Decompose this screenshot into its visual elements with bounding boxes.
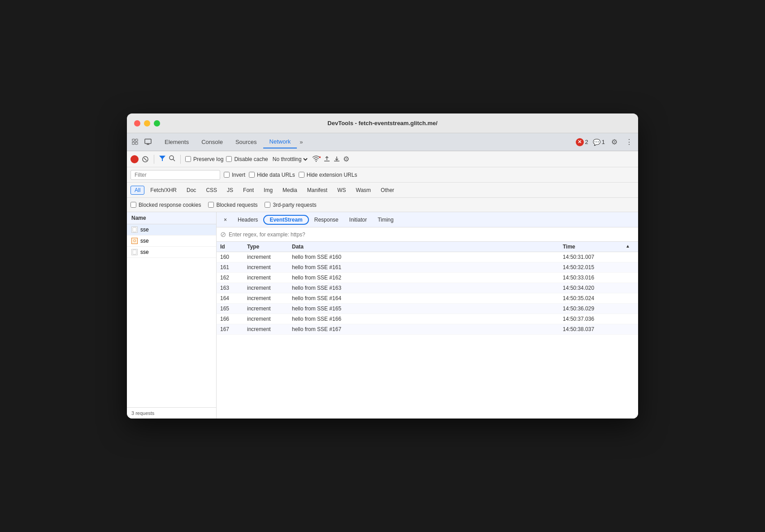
- regex-block-icon: ⊘: [220, 230, 226, 239]
- type-filter-other[interactable]: Other: [377, 186, 398, 195]
- event-type: increment: [247, 305, 292, 312]
- type-filter-row: All Fetch/XHR Doc CSS JS Font Img Media …: [127, 183, 638, 198]
- more-tabs-button[interactable]: »: [297, 137, 305, 147]
- request-name-2: sse: [140, 249, 149, 255]
- event-row[interactable]: 165 increment hello from SSE #165 14:50:…: [217, 304, 638, 314]
- preserve-log-checkbox[interactable]: Preserve log: [185, 156, 223, 162]
- minimize-button[interactable]: [144, 120, 150, 126]
- event-row[interactable]: 160 increment hello from SSE #160 14:50:…: [217, 252, 638, 262]
- hide-ext-urls-checkbox[interactable]: Hide extension URLs: [299, 172, 357, 178]
- event-time: 14:50:36.029: [563, 305, 626, 312]
- col-id: Id: [220, 244, 247, 250]
- event-data: hello from SSE #164: [292, 295, 563, 301]
- toolbar-divider: [154, 155, 154, 164]
- event-data: hello from SSE #160: [292, 254, 563, 260]
- type-filter-js[interactable]: JS: [223, 186, 237, 195]
- type-filter-media[interactable]: Media: [278, 186, 301, 195]
- detail-tab-close[interactable]: ×: [218, 214, 232, 226]
- invert-checkbox[interactable]: Invert: [224, 172, 245, 178]
- detail-tab-response[interactable]: Response: [309, 214, 344, 226]
- toolbar-divider2: [180, 155, 181, 164]
- disable-cache-checkbox[interactable]: Disable cache: [226, 156, 268, 162]
- type-filter-img[interactable]: Img: [260, 186, 277, 195]
- sort-arrow-icon: ▲: [626, 244, 635, 250]
- hide-data-urls-checkbox[interactable]: Hide data URLs: [249, 172, 295, 178]
- event-row[interactable]: 161 increment hello from SSE #161 14:50:…: [217, 262, 638, 273]
- type-filter-all[interactable]: All: [130, 186, 144, 195]
- clear-button[interactable]: [141, 155, 149, 163]
- event-type: increment: [247, 254, 292, 260]
- regex-input[interactable]: [229, 231, 635, 238]
- event-time: 14:50:31.007: [563, 254, 626, 260]
- col-type: Type: [247, 244, 292, 250]
- third-party-checkbox[interactable]: 3rd-party requests: [265, 202, 316, 208]
- type-filter-manifest[interactable]: Manifest: [303, 186, 331, 195]
- request-item-0[interactable]: sse: [127, 224, 216, 235]
- warn-icon: 💬: [593, 139, 600, 146]
- detail-tab-headers[interactable]: Headers: [232, 214, 263, 226]
- svg-rect-4: [145, 139, 151, 144]
- request-doc-icon: [131, 227, 138, 233]
- detail-panel: × Headers EventStream Response Initiator…: [217, 212, 638, 419]
- window-title: DevTools - fetch-eventstream.glitch.me/: [327, 120, 437, 126]
- search-icon[interactable]: [169, 155, 176, 164]
- error-number: 2: [585, 139, 588, 145]
- inspect-icon[interactable]: [143, 137, 153, 147]
- detail-tab-timing[interactable]: Timing: [372, 214, 399, 226]
- request-item-1[interactable]: ⬡ sse: [127, 235, 216, 247]
- type-filter-doc[interactable]: Doc: [183, 186, 200, 195]
- svg-rect-1: [135, 139, 138, 141]
- request-list-spacer: [127, 258, 216, 407]
- detail-tab-initiator[interactable]: Initiator: [344, 214, 372, 226]
- tab-sources[interactable]: Sources: [229, 136, 263, 148]
- maximize-button[interactable]: [154, 120, 160, 126]
- detail-tab-eventstream[interactable]: EventStream: [263, 215, 309, 225]
- tab-network[interactable]: Network: [263, 135, 297, 148]
- request-sse-icon: ⬡: [131, 238, 138, 244]
- warn-number: 1: [602, 139, 605, 145]
- blocked-requests-checkbox[interactable]: Blocked requests: [208, 202, 257, 208]
- more-menu-icon[interactable]: ⋮: [624, 136, 635, 148]
- blocked-row: Blocked response cookies Blocked request…: [127, 198, 638, 212]
- cursor-icon[interactable]: [130, 137, 140, 147]
- settings-icon[interactable]: ⚙: [609, 136, 619, 148]
- tab-elements[interactable]: Elements: [158, 136, 195, 148]
- type-filter-ws[interactable]: WS: [333, 186, 350, 195]
- event-type: increment: [247, 326, 292, 332]
- devtools-tab-bar: Elements Console Sources Network » ✕ 2 💬…: [127, 133, 638, 151]
- tab-console[interactable]: Console: [195, 136, 229, 148]
- upload-icon[interactable]: [323, 155, 330, 164]
- filter-icon[interactable]: [159, 155, 166, 164]
- blocked-cookies-checkbox[interactable]: Blocked response cookies: [130, 202, 201, 208]
- event-data: hello from SSE #161: [292, 264, 563, 270]
- event-type: increment: [247, 275, 292, 281]
- tab-bar-right: ✕ 2 💬 1 ⚙ ⋮: [576, 136, 635, 148]
- type-filter-fetch-xhr[interactable]: Fetch/XHR: [146, 186, 181, 195]
- event-row[interactable]: 167 increment hello from SSE #167 14:50:…: [217, 324, 638, 335]
- network-settings-icon[interactable]: ⚙: [343, 155, 349, 163]
- event-type: increment: [247, 295, 292, 301]
- event-row[interactable]: 163 increment hello from SSE #163 14:50:…: [217, 283, 638, 293]
- event-row[interactable]: 166 increment hello from SSE #166 14:50:…: [217, 314, 638, 324]
- error-icon: ✕: [576, 138, 584, 146]
- event-id: 160: [220, 254, 247, 260]
- devtools-tool-icons: [130, 137, 153, 147]
- event-id: 162: [220, 275, 247, 281]
- event-table[interactable]: Id Type Data Time ▲ 160 increment hello …: [217, 242, 638, 419]
- event-row[interactable]: 162 increment hello from SSE #162 14:50:…: [217, 273, 638, 283]
- download-icon[interactable]: [333, 155, 340, 164]
- close-button[interactable]: [134, 120, 140, 126]
- window-controls: [134, 120, 160, 126]
- type-filter-font[interactable]: Font: [239, 186, 258, 195]
- type-filter-css[interactable]: CSS: [202, 186, 221, 195]
- event-row[interactable]: 164 increment hello from SSE #164 14:50:…: [217, 293, 638, 304]
- filter-input[interactable]: [130, 170, 220, 180]
- type-filter-wasm[interactable]: Wasm: [352, 186, 375, 195]
- svg-point-12: [316, 161, 317, 161]
- record-button[interactable]: [130, 155, 139, 163]
- filter-row: Invert Hide data URLs Hide extension URL…: [127, 167, 638, 183]
- event-data: hello from SSE #163: [292, 285, 563, 291]
- event-type: increment: [247, 264, 292, 270]
- request-item-2[interactable]: sse: [127, 247, 216, 258]
- throttle-select[interactable]: No throttling: [271, 156, 309, 163]
